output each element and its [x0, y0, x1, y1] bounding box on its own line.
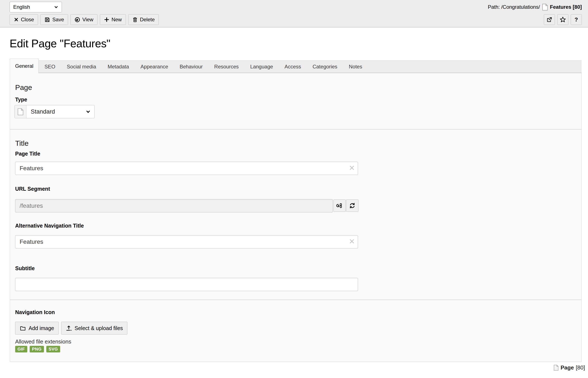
subtitle-label: Subtitle [15, 265, 35, 271]
trash-icon [132, 17, 138, 22]
tab-bar: General SEO Social media Metadata Appear… [10, 60, 582, 73]
tab-general[interactable]: General [10, 59, 39, 73]
tab-categories[interactable]: Categories [307, 60, 343, 73]
upload-icon [66, 325, 72, 331]
doc-header-toolbar: English Close Save View N [0, 0, 588, 27]
record-title: Features [80] [550, 4, 582, 10]
open-in-new-window-button[interactable] [544, 14, 555, 25]
extension-badge: SVG [46, 346, 60, 352]
open-in-new-window-icon [546, 17, 552, 23]
page-title-label: Page Title [15, 151, 40, 157]
page-title: Edit Page "Features" [10, 37, 110, 50]
new-button-label: New [112, 17, 122, 23]
save-icon [44, 17, 50, 23]
language-select-value: English [13, 4, 30, 10]
section-heading-page: Page [15, 83, 32, 92]
help-icon: ? [574, 16, 578, 23]
tab-seo[interactable]: SEO [39, 60, 61, 73]
extension-badge: PNG [30, 346, 44, 352]
alt-nav-title-label: Alternative Navigation Title [15, 223, 84, 229]
language-select[interactable]: English [10, 2, 62, 12]
star-icon [560, 16, 566, 23]
view-button-label: View [82, 17, 93, 23]
help-button[interactable]: ? [571, 14, 582, 25]
close-button[interactable]: Close [10, 14, 38, 25]
page-document-icon [17, 108, 24, 116]
plus-icon [104, 17, 109, 22]
tab-language[interactable]: Language [244, 60, 279, 73]
clear-input-icon[interactable]: ✕ [349, 238, 355, 245]
section-divider [10, 129, 581, 130]
tab-access[interactable]: Access [279, 60, 307, 73]
tab-notes[interactable]: Notes [343, 60, 368, 73]
page-type-icon-cell [15, 105, 27, 118]
page-document-icon [554, 364, 559, 371]
general-tab-panel: Page Type Standard Title Page Title ✕ UR… [10, 73, 582, 362]
url-segment-label: URL Segment [15, 186, 50, 192]
meta-button-row: ? [544, 14, 582, 25]
refresh-icon [349, 202, 356, 209]
save-button[interactable]: Save [40, 14, 68, 25]
record-path: Path: /Congratulations/ Features [80] [488, 2, 582, 12]
type-label: Type [15, 96, 27, 103]
folder-icon [20, 325, 26, 331]
clear-input-icon[interactable]: ✕ [349, 164, 355, 172]
section-divider [10, 300, 581, 300]
tab-social-media[interactable]: Social media [61, 60, 102, 73]
footer-record-id: [80] [576, 364, 585, 371]
new-button[interactable]: New [100, 14, 126, 25]
section-heading-navigation-icon: Navigation Icon [15, 309, 55, 315]
page-type-select[interactable]: Standard [27, 105, 94, 118]
tab-behaviour[interactable]: Behaviour [174, 60, 208, 73]
allowed-file-extensions-label: Allowed file extensions [15, 338, 71, 345]
chevron-down-icon [85, 109, 91, 114]
close-button-label: Close [21, 17, 34, 23]
view-eye-icon [74, 17, 80, 23]
section-heading-title: Title [15, 139, 29, 148]
tab-metadata[interactable]: Metadata [102, 60, 135, 73]
save-button-label: Save [52, 17, 64, 23]
record-footer: Page [80] [554, 364, 585, 371]
allowed-extension-badges: GIF PNG SVG [15, 346, 60, 352]
url-segment-recalculate-button[interactable] [346, 200, 359, 212]
subtitle-input[interactable] [15, 278, 358, 291]
add-image-label: Add image [29, 325, 54, 331]
page-type-field: Standard [14, 105, 95, 118]
bookmark-star-button[interactable] [557, 14, 568, 25]
chevron-down-icon [54, 4, 59, 10]
tab-resources[interactable]: Resources [208, 60, 244, 73]
add-image-button[interactable]: Add image [15, 322, 59, 335]
link-eye-icon [336, 202, 343, 209]
url-segment-input[interactable] [15, 199, 333, 212]
close-icon [14, 17, 19, 22]
select-upload-files-label: Select & upload files [75, 325, 123, 331]
record-path-label: Path: /Congratulations/ [488, 4, 540, 10]
footer-record-name: Page [560, 364, 574, 371]
page-type-select-value: Standard [31, 108, 55, 115]
delete-button[interactable]: Delete [128, 14, 159, 25]
url-segment-toggle-button[interactable] [333, 200, 346, 212]
tab-appearance[interactable]: Appearance [135, 60, 174, 73]
extension-badge: GIF [15, 346, 27, 352]
delete-button-label: Delete [140, 17, 155, 23]
page-document-icon [542, 4, 548, 11]
page-title-input[interactable] [15, 162, 358, 175]
navigation-icon-buttons: Add image Select & upload files [15, 322, 127, 335]
view-button[interactable]: View [71, 14, 98, 25]
action-button-row: Close Save View New Delete [10, 14, 159, 25]
alt-nav-title-input[interactable] [15, 235, 358, 248]
select-upload-files-button[interactable]: Select & upload files [61, 322, 128, 335]
